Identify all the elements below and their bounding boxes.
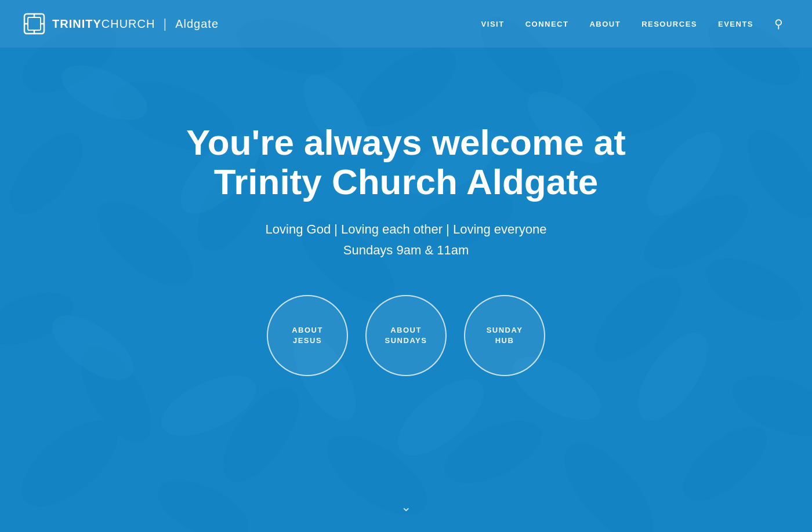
- sunday-hub-btn[interactable]: SUNDAYHUB: [464, 295, 545, 376]
- nav-visit[interactable]: VISIT: [481, 20, 505, 28]
- hero-subtitle: Loving God | Loving each other | Loving …: [266, 219, 547, 260]
- logo-area[interactable]: TRINITY CHURCH | Aldgate: [23, 13, 219, 35]
- nav-about[interactable]: ABOUT: [589, 20, 621, 28]
- hero-content: You're always welcome at Trinity Church …: [174, 123, 638, 376]
- logo-icon: [23, 13, 45, 35]
- svg-rect-40: [28, 17, 41, 30]
- nav-links: VISIT CONNECT ABOUT RESOURCES EVENTS ⚲: [481, 17, 783, 31]
- scroll-down-icon[interactable]: ⌄: [401, 500, 411, 515]
- about-sundays-btn[interactable]: ABOUTSUNDAYS: [365, 295, 447, 376]
- hero-section: TRINITY CHURCH | Aldgate VISIT CONNECT A…: [0, 0, 812, 532]
- nav-resources[interactable]: RESOURCES: [641, 20, 697, 28]
- nav-events[interactable]: EVENTS: [718, 20, 753, 28]
- nav-connect[interactable]: CONNECT: [525, 20, 569, 28]
- hero-title: You're always welcome at Trinity Church …: [174, 123, 638, 202]
- circle-buttons: ABOUTJESUS ABOUTSUNDAYS SUNDAYHUB: [267, 295, 545, 376]
- logo-text: TRINITY CHURCH | Aldgate: [52, 16, 219, 31]
- navbar: TRINITY CHURCH | Aldgate VISIT CONNECT A…: [0, 0, 812, 48]
- about-jesus-btn[interactable]: ABOUTJESUS: [267, 295, 348, 376]
- search-icon[interactable]: ⚲: [774, 17, 783, 31]
